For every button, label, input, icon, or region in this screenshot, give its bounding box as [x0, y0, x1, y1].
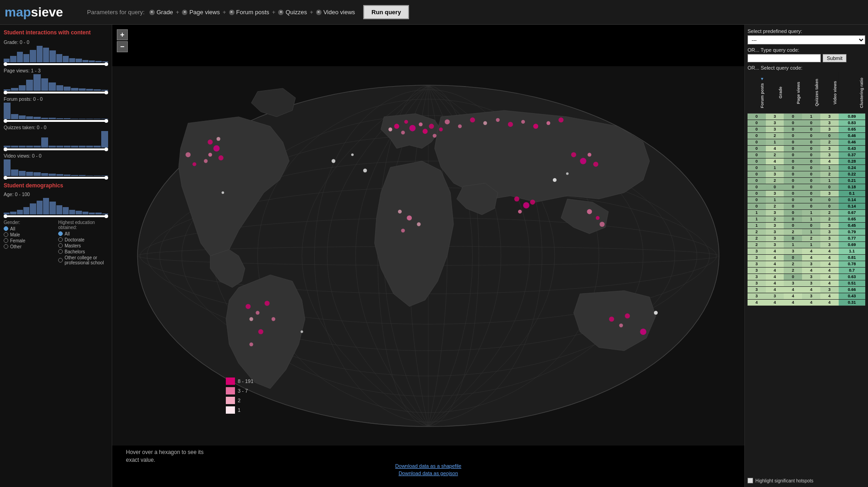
table-row[interactable]: 040030.43 — [748, 145, 865, 152]
remove-videoviews-btn[interactable]: ✕ — [316, 10, 322, 15]
table-row[interactable]: 030030.65 — [748, 126, 865, 132]
param-forumposts[interactable]: ✕ Forum posts — [229, 9, 269, 16]
table-cell: 1 — [748, 209, 766, 216]
table-row[interactable]: 030030.83 — [748, 120, 865, 126]
table-row[interactable]: 342340.78 — [748, 261, 865, 267]
run-query-button[interactable]: Run query — [363, 5, 409, 19]
table-row[interactable]: 030130.89 — [748, 113, 865, 120]
table-row[interactable]: 010000.14 — [748, 197, 865, 203]
gender-option[interactable]: Female — [4, 238, 54, 243]
table-row[interactable]: 344430.66 — [748, 286, 865, 293]
table-cell: 4 — [820, 299, 839, 306]
table-row[interactable]: 444440.31 — [748, 299, 865, 306]
col-header[interactable]: Video views — [820, 72, 839, 113]
table-row[interactable]: 230230.77 — [748, 235, 865, 241]
predefined-select[interactable]: --- — [748, 35, 865, 44]
table-cell: 2 — [820, 171, 839, 177]
table-cell: 0.43 — [839, 293, 865, 299]
table-row[interactable]: 232130.79 — [748, 229, 865, 235]
table-cell: 0.78 — [839, 261, 865, 267]
gender-option[interactable]: Other — [4, 244, 54, 249]
table-cell: 3 — [820, 126, 839, 132]
param-pageviews[interactable]: ✕ Page views — [182, 9, 219, 16]
table-row[interactable]: 120120.65 — [748, 216, 865, 222]
download-geojson-link[interactable]: Download data as geojson — [395, 471, 461, 476]
bar — [86, 175, 93, 176]
age-bar — [17, 210, 23, 214]
bar — [49, 174, 55, 176]
table-cell: 0 — [784, 190, 802, 197]
query-code-input[interactable] — [748, 54, 821, 62]
filter-slider-0[interactable] — [4, 63, 108, 65]
remove-grade-btn[interactable]: ✕ — [149, 10, 155, 15]
filter-slider-3[interactable] — [4, 148, 108, 150]
table-cell: 0 — [748, 113, 766, 120]
table-row[interactable]: 343441.1 — [748, 248, 865, 254]
col-header[interactable]: Quizzes taken — [802, 72, 820, 113]
legend-item: 2 — [226, 397, 253, 404]
download-shapefile-link[interactable]: Download data as a shapefile — [395, 463, 461, 469]
remove-forumposts-btn[interactable]: ✕ — [229, 10, 235, 15]
col-header[interactable]: Page views — [784, 72, 802, 113]
education-option[interactable]: Masters — [58, 243, 108, 248]
highlight-checkbox[interactable] — [748, 478, 753, 483]
age-slider[interactable] — [4, 215, 108, 217]
table-cell: 1 — [820, 177, 839, 184]
zoom-in-button[interactable]: + — [117, 29, 128, 40]
col-header[interactable]: Forum posts — [748, 72, 766, 113]
education-option[interactable]: Bachelors — [58, 249, 108, 254]
gender-option[interactable]: All — [4, 226, 54, 231]
table-row[interactable]: 040040.28 — [748, 158, 865, 164]
table-cell: 0 — [784, 209, 802, 216]
table-row[interactable]: 342440.7 — [748, 267, 865, 274]
table-row[interactable]: 030020.22 — [748, 171, 865, 177]
table-cell: 4 — [748, 299, 766, 306]
remove-quizzes-btn[interactable]: ✕ — [278, 10, 284, 15]
param-quizzes[interactable]: ✕ Quizzes — [278, 9, 307, 16]
table-cell: 0 — [802, 158, 820, 164]
filter-slider-4[interactable] — [4, 177, 108, 179]
table-cell: 1 — [802, 241, 820, 248]
table-cell: 0 — [748, 177, 766, 184]
table-row[interactable]: 030030.1 — [748, 190, 865, 197]
svg-point-20 — [388, 127, 392, 131]
col-header[interactable]: Clustering ratio — [839, 72, 865, 113]
zoom-out-button[interactable]: − — [117, 41, 128, 52]
table-row[interactable]: 020000.14 — [748, 203, 865, 209]
table-row[interactable]: 343340.51 — [748, 280, 865, 286]
table-cell: 3 — [820, 235, 839, 241]
gender-options: AllMaleFemaleOther — [4, 226, 54, 249]
table-row[interactable]: 000000.18 — [748, 184, 865, 190]
table-cell: 3 — [820, 120, 839, 126]
svg-point-70 — [566, 172, 569, 175]
bar — [56, 85, 63, 91]
table-row[interactable]: 130030.45 — [748, 222, 865, 229]
table-row[interactable]: 334340.43 — [748, 293, 865, 299]
bar — [64, 175, 71, 176]
education-option[interactable]: Doctorate — [58, 237, 108, 242]
education-option[interactable]: All — [58, 231, 108, 236]
remove-pageviews-btn[interactable]: ✕ — [182, 10, 187, 15]
age-bar — [23, 207, 29, 214]
filter-slider-2[interactable] — [4, 120, 108, 122]
col-header[interactable]: Grade — [766, 72, 784, 113]
table-row[interactable]: 020030.37 — [748, 152, 865, 158]
filter-slider-1[interactable] — [4, 92, 108, 93]
table-row[interactable]: 231130.69 — [748, 241, 865, 248]
table-row[interactable]: 010010.24 — [748, 164, 865, 171]
radio-label: Bachelors — [65, 249, 85, 254]
table-row[interactable]: 340340.63 — [748, 274, 865, 280]
age-bar — [49, 202, 55, 214]
age-bar — [82, 212, 88, 214]
submit-button[interactable]: Submit — [823, 54, 846, 62]
table-row[interactable]: 020000.46 — [748, 132, 865, 139]
gender-option[interactable]: Male — [4, 232, 54, 237]
bar — [19, 85, 26, 91]
param-grade[interactable]: ✕ Grade — [149, 9, 173, 16]
param-videoviews[interactable]: ✕ Video views — [316, 9, 355, 16]
table-row[interactable]: 010020.46 — [748, 139, 865, 145]
table-row[interactable]: 340440.81 — [748, 254, 865, 261]
table-row[interactable]: 130120.67 — [748, 209, 865, 216]
table-row[interactable]: 020010.21 — [748, 177, 865, 184]
education-option[interactable]: Other college or professional school — [58, 255, 108, 265]
